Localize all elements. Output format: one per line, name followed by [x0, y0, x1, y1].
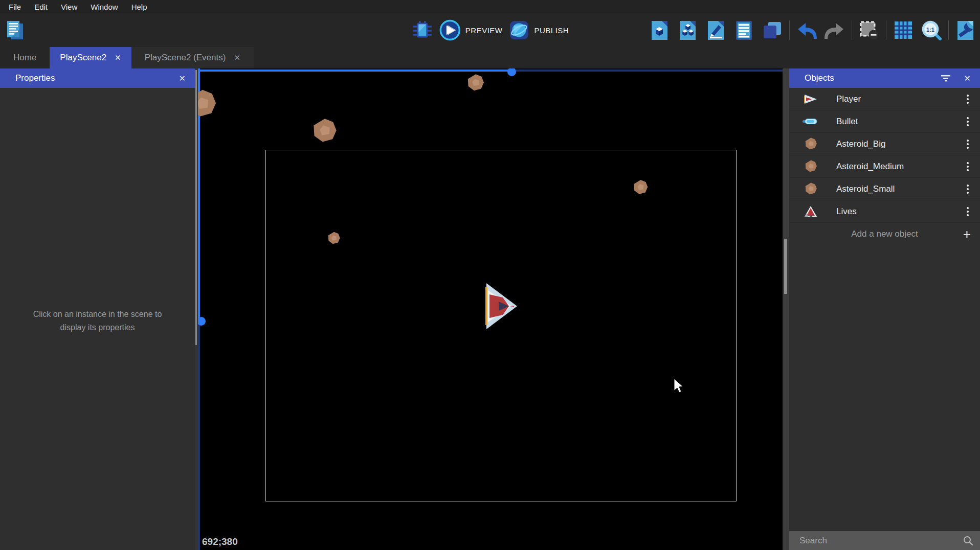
tab-playscene2-events-label: PlayScene2 (Events) [145, 53, 226, 63]
plus-icon: + [963, 226, 971, 242]
open-instances-list-button[interactable] [733, 19, 755, 41]
scene-properties-button[interactable] [954, 19, 977, 41]
mouse-cursor [674, 378, 684, 394]
deselect-instances-button[interactable] [858, 19, 880, 41]
asteroid-instance[interactable] [327, 231, 341, 245]
scene-canvas[interactable]: 692;380 [198, 68, 783, 550]
toolbar-divider [948, 20, 949, 40]
asteroid-instance[interactable] [198, 88, 218, 120]
object-menu-button[interactable] [965, 93, 971, 106]
player-instance[interactable] [482, 283, 518, 329]
player-object-icon [803, 94, 819, 104]
menu-help[interactable]: Help [125, 3, 154, 11]
asteroid-object-icon [804, 182, 818, 196]
redo-button[interactable] [823, 19, 846, 41]
objects-panel-title: Objects [805, 73, 834, 83]
menu-file[interactable]: File [2, 3, 28, 11]
object-menu-button[interactable] [965, 138, 971, 151]
toolbar-divider [789, 20, 790, 40]
grid-icon [892, 19, 915, 41]
object-row-asteroid-small[interactable]: Asteroid_Small [789, 178, 980, 200]
asteroid-object-icon [804, 159, 818, 173]
open-objects-editor-button[interactable] [649, 19, 671, 41]
object-groups-icon [677, 19, 699, 41]
scrollbar-thumb[interactable] [195, 70, 197, 345]
close-icon[interactable]: ✕ [179, 74, 186, 83]
undo-icon [795, 19, 818, 41]
search-icon [963, 535, 974, 546]
properties-pencil-icon [705, 19, 727, 41]
debug-button[interactable] [411, 19, 434, 41]
canvas-scrollbar[interactable] [783, 68, 789, 550]
undo-button[interactable] [795, 19, 818, 41]
publish-button[interactable]: PUBLISH [507, 19, 569, 41]
open-properties-panel-button[interactable] [705, 19, 727, 41]
close-icon[interactable]: ✕ [964, 74, 971, 83]
toolbar-divider [886, 20, 886, 40]
object-row-player[interactable]: Player [789, 88, 980, 110]
object-row-lives[interactable]: Lives [789, 200, 980, 223]
objects-panel: Objects ✕ Player Bull [789, 68, 980, 550]
properties-empty-message: Click on an instance in the scene to dis… [0, 308, 195, 334]
tab-home[interactable]: Home [0, 47, 50, 68]
tab-bar: Home PlayScene2 ✕ PlayScene2 (Events) ✕ [0, 47, 980, 68]
asteroid-instance[interactable] [632, 179, 649, 196]
bullet-object-icon [802, 117, 819, 126]
toolbar-divider [852, 20, 852, 40]
objects-editor-icon [649, 19, 671, 41]
properties-panel-title: Properties [15, 73, 55, 83]
asteroid-object-icon [804, 137, 818, 151]
zoom-1-1-icon: 1:1 [920, 19, 943, 41]
object-menu-button[interactable] [965, 115, 971, 128]
project-manager-button[interactable] [4, 19, 27, 41]
zoom-button[interactable]: 1:1 [920, 19, 943, 41]
preview-label: PREVIEW [465, 26, 503, 35]
object-row-bullet[interactable]: Bullet [789, 110, 980, 133]
toggle-grid-button[interactable] [892, 19, 915, 41]
objects-search-input[interactable] [789, 536, 963, 546]
menu-edit[interactable]: Edit [28, 3, 54, 11]
tab-playscene2-events[interactable]: PlayScene2 (Events) ✕ [131, 47, 254, 68]
menu-window[interactable]: Window [84, 3, 124, 11]
scrollbar-thumb[interactable] [784, 239, 787, 294]
tab-playscene2[interactable]: PlayScene2 ✕ [50, 47, 131, 68]
canvas-hscroll-track[interactable] [511, 70, 783, 72]
menu-view[interactable]: View [54, 3, 84, 11]
zoom-ratio-label: 1:1 [926, 27, 934, 33]
debug-bug-icon [411, 19, 434, 41]
instances-list-icon [733, 19, 755, 41]
publish-label: PUBLISH [534, 26, 569, 35]
objects-search-bar [789, 531, 980, 550]
properties-panel: Properties ✕ Click on an instance in the… [0, 68, 195, 550]
canvas-hscroll-thumb[interactable] [507, 68, 516, 76]
object-row-asteroid-medium[interactable]: Asteroid_Medium [789, 155, 980, 178]
tab-close-icon[interactable]: ✕ [115, 53, 121, 62]
preview-button[interactable]: PREVIEW [439, 19, 503, 41]
cursor-coordinates: 692;380 [202, 536, 238, 547]
object-name: Bullet [836, 117, 858, 127]
object-name: Asteroid_Big [836, 139, 885, 149]
tab-playscene2-label: PlayScene2 [60, 53, 106, 63]
asteroid-instance[interactable] [466, 73, 485, 93]
canvas-vscroll-thumb[interactable] [198, 317, 206, 326]
object-row-asteroid-big[interactable]: Asteroid_Big [789, 133, 980, 155]
open-layers-list-button[interactable] [761, 19, 784, 41]
open-object-groups-button[interactable] [677, 19, 699, 41]
object-menu-button[interactable] [965, 160, 971, 173]
canvas-hscroll-fill[interactable] [198, 70, 511, 72]
layers-icon [761, 19, 784, 41]
lives-object-icon [804, 205, 817, 218]
tab-close-icon[interactable]: ✕ [234, 53, 240, 62]
object-name: Player [836, 94, 861, 104]
objects-panel-header: Objects ✕ [789, 68, 980, 88]
project-manager-icon [4, 19, 27, 41]
preview-play-icon [439, 19, 461, 41]
asteroid-instance[interactable] [311, 117, 339, 145]
redo-icon [823, 19, 846, 41]
canvas-vscroll-track[interactable] [198, 321, 200, 550]
object-menu-button[interactable] [965, 205, 971, 218]
object-menu-button[interactable] [965, 182, 971, 196]
filter-icon[interactable] [940, 74, 951, 82]
main-area: Properties ✕ Click on an instance in the… [0, 68, 980, 550]
add-object-button[interactable]: Add a new object + [789, 223, 980, 245]
